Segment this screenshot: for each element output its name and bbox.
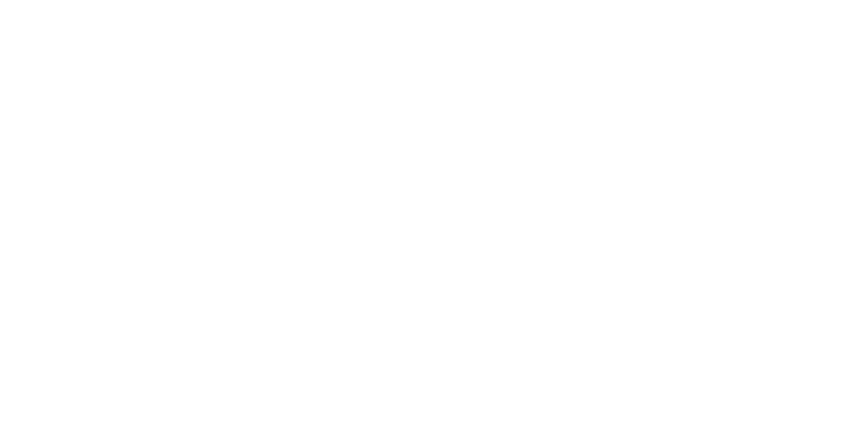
flowchart-diagram <box>0 0 868 430</box>
